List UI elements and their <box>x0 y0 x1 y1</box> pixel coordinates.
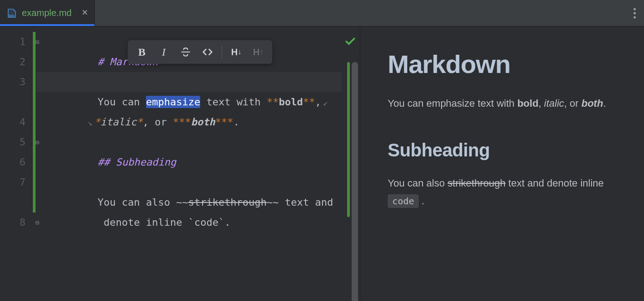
italic-button[interactable]: I <box>153 43 174 61</box>
code-text-area[interactable]: # Markdown You can emphasize text with *… <box>36 26 342 301</box>
editor-scrollbar[interactable] <box>352 62 358 301</box>
line-number: 3 <box>0 72 32 112</box>
line-number: 1⊟ <box>0 32 32 52</box>
editor-right-gutter <box>342 26 360 301</box>
markdown-file-icon: MD <box>6 8 17 19</box>
line-number: 2 <box>0 52 32 72</box>
inline-code: code <box>388 194 419 208</box>
bold-button[interactable]: B <box>131 43 152 61</box>
line-number-gutter: 1⊟ 2 3 4 5⊟ 6 7 8⊟ <box>0 26 32 301</box>
markdown-formatting-toolbar: B I H↓ H↑ <box>128 40 272 64</box>
markdown-preview-pane: Markdown You can emphasize text with bol… <box>360 26 644 301</box>
heading-increase-button[interactable]: H↓ <box>226 43 247 61</box>
line-number: 4 <box>0 112 32 132</box>
soft-wrap-continuation-icon: ↘ <box>88 113 93 133</box>
heading-decrease-button[interactable]: H↑ <box>248 43 269 61</box>
preview-heading-1: Markdown <box>388 49 617 79</box>
tab-filename: example.md <box>22 8 72 18</box>
vcs-added-stripe <box>33 32 36 213</box>
strikethrough-button[interactable] <box>175 43 196 61</box>
line-number: 8⊟ <box>0 213 32 233</box>
close-tab-icon[interactable] <box>82 8 88 18</box>
preview-paragraph: You can emphasize text with bold, italic… <box>388 94 617 113</box>
active-tab-indicator <box>0 24 94 26</box>
inspection-ok-icon[interactable] <box>344 36 356 49</box>
editor-preview-split: 1⊟ 2 3 4 5⊟ 6 7 8⊟ # Markdown You can em… <box>0 26 644 301</box>
preview-heading-2: Subheading <box>388 140 617 161</box>
file-tab[interactable]: MD example.md <box>0 0 95 26</box>
line-number: 7 <box>0 172 32 213</box>
svg-text:MD: MD <box>9 14 15 18</box>
text-selection: emphasize <box>146 96 200 108</box>
code-button[interactable] <box>197 43 218 61</box>
soft-wrap-icon: ↙ <box>323 93 328 113</box>
vcs-gutter <box>32 26 36 301</box>
tab-bar: MD example.md <box>0 0 644 26</box>
line-number: 5⊟ <box>0 132 32 152</box>
markdown-source-editor[interactable]: 1⊟ 2 3 4 5⊟ 6 7 8⊟ # Markdown You can em… <box>0 26 360 301</box>
error-stripe-changes <box>347 62 350 217</box>
tab-options-icon[interactable] <box>631 5 639 21</box>
toolbar-separator <box>222 46 222 58</box>
line-number: 6 <box>0 152 32 172</box>
preview-paragraph: You can also strikethrough text and deno… <box>388 174 617 210</box>
